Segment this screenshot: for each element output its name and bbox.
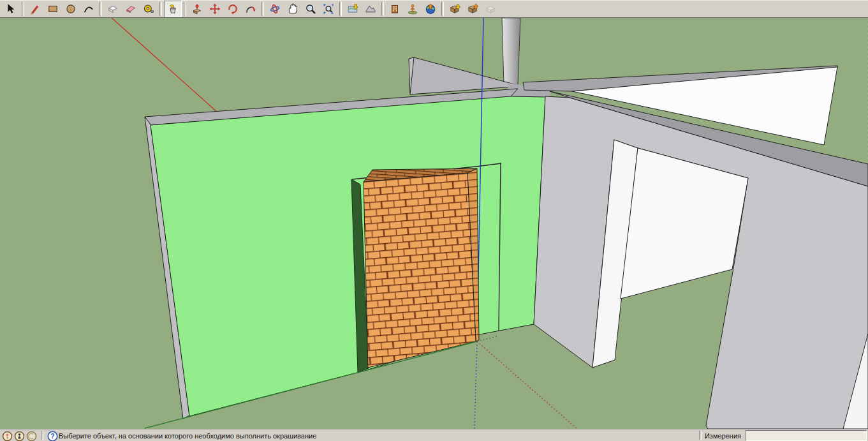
photo-textures-button[interactable]: [386, 1, 404, 17]
orbit-button[interactable]: [266, 1, 284, 17]
box-upload-icon: [467, 3, 478, 15]
tape-measure-button[interactable]: [140, 1, 158, 17]
add-location-icon: [347, 3, 358, 15]
line-button[interactable]: [26, 1, 44, 17]
paint-bucket-icon: [167, 3, 179, 15]
toolbar-separator: [261, 2, 264, 16]
toolbar-separator: [159, 2, 162, 16]
terrain-icon: [365, 3, 376, 15]
statusbar-separator: [41, 431, 43, 440]
make-component-button[interactable]: [104, 1, 122, 17]
rectangle-icon: [47, 3, 59, 15]
measurements-label: Измерения: [705, 432, 741, 440]
model-viewport[interactable]: [0, 18, 868, 429]
component-icon: [107, 3, 119, 15]
status-bar: ? Выберите объект, на основании которого…: [0, 429, 868, 441]
column-cylinder[interactable]: [502, 18, 520, 85]
rotate-button[interactable]: [224, 1, 242, 17]
measurements-input[interactable]: [746, 430, 867, 441]
follow-me-button[interactable]: [242, 1, 260, 17]
toolbar-separator: [184, 2, 186, 16]
rotate-icon: [227, 3, 239, 15]
select-icon: [5, 3, 17, 15]
help-icon[interactable]: ?: [47, 431, 58, 441]
statusbar-separator-right: [699, 431, 702, 440]
main-toolbar: [0, 0, 868, 18]
add-location-button[interactable]: [344, 1, 362, 17]
preview-google-earth-button[interactable]: [422, 1, 439, 17]
claim-credit-status-icon[interactable]: [26, 431, 37, 441]
zoom-extents-button[interactable]: [320, 1, 337, 17]
pan-hand-icon: [287, 3, 298, 15]
rectangle-button[interactable]: [44, 1, 62, 17]
globe-icon: [425, 3, 436, 15]
brick-column-front[interactable]: [364, 173, 476, 368]
zoom-button[interactable]: [302, 1, 320, 17]
toolbar-separator: [441, 2, 444, 16]
toggle-terrain-button[interactable]: [362, 1, 379, 17]
arc-icon: [83, 3, 94, 15]
person-icon: [407, 3, 418, 15]
toolbar-separator: [22, 2, 24, 16]
toolbar-separator: [381, 2, 384, 16]
toolbar-separator: [99, 2, 102, 16]
move-icon: [209, 3, 221, 15]
building-icon: [389, 3, 401, 15]
follow-me-icon: [245, 3, 256, 15]
select-button[interactable]: [2, 1, 20, 17]
toolbar-separator: [339, 2, 342, 16]
circle-button[interactable]: [62, 1, 80, 17]
box-download-icon: [449, 3, 460, 15]
push-pull-button[interactable]: [188, 1, 206, 17]
zoom-icon: [305, 3, 316, 15]
pencil-icon: [29, 3, 41, 15]
zoom-extents-icon: [323, 3, 334, 15]
credit-status-icon[interactable]: [14, 431, 25, 441]
eraser-icon: [125, 3, 136, 15]
pan-button[interactable]: [284, 1, 302, 17]
push-pull-icon: [191, 3, 203, 15]
svg-text:?: ?: [50, 432, 54, 440]
share-model-button[interactable]: [464, 1, 482, 17]
orbit-icon: [269, 3, 281, 15]
arc-button[interactable]: [80, 1, 98, 17]
add-building-button[interactable]: [404, 1, 422, 17]
status-message: Выберите объект, на основании которого н…: [59, 432, 316, 440]
share-component-button: [482, 1, 499, 17]
circle-icon: [65, 3, 77, 15]
drawing-area[interactable]: [0, 18, 868, 429]
tape-measure-icon: [143, 3, 154, 15]
eraser-button[interactable]: [122, 1, 140, 17]
component-gray-icon: [485, 3, 496, 15]
paint-bucket-button[interactable]: [164, 1, 182, 17]
move-button[interactable]: [206, 1, 224, 17]
get-models-button[interactable]: [446, 1, 464, 17]
geolocation-status-icon[interactable]: [2, 431, 13, 441]
